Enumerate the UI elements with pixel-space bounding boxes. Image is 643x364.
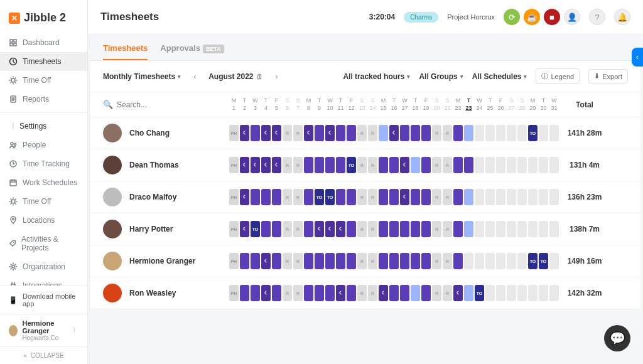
day-cell[interactable]: R bbox=[368, 221, 377, 237]
day-cell[interactable] bbox=[453, 125, 463, 141]
user-status-icon[interactable]: 👤 bbox=[564, 9, 580, 25]
day-cell[interactable]: ☾ bbox=[325, 125, 335, 141]
day-cell[interactable]: R bbox=[357, 125, 367, 141]
day-cell[interactable] bbox=[347, 125, 356, 141]
day-cell[interactable]: R bbox=[293, 285, 303, 301]
day-cell[interactable]: R bbox=[293, 157, 303, 173]
day-19[interactable]: F19 bbox=[421, 97, 431, 112]
day-cell[interactable] bbox=[517, 125, 527, 141]
day-cell[interactable]: R bbox=[443, 157, 452, 173]
day-cell[interactable] bbox=[304, 157, 313, 173]
day-cell[interactable] bbox=[507, 189, 516, 205]
day-cell[interactable] bbox=[336, 157, 345, 173]
day-cell[interactable] bbox=[464, 157, 473, 173]
day-cell[interactable] bbox=[485, 285, 495, 301]
day-cell[interactable]: R bbox=[368, 253, 377, 269]
day-cell[interactable]: ☾ bbox=[336, 221, 345, 237]
day-cell[interactable]: TO bbox=[475, 285, 484, 301]
nav-item-activities-projects[interactable]: Activities & Projects bbox=[0, 230, 87, 257]
day-cell[interactable] bbox=[528, 157, 538, 173]
day-cell[interactable] bbox=[528, 285, 538, 301]
day-cell[interactable] bbox=[272, 253, 281, 269]
stop-button[interactable]: ■ bbox=[544, 9, 560, 25]
day-cell[interactable] bbox=[411, 125, 420, 141]
day-cell[interactable] bbox=[379, 157, 388, 173]
day-4[interactable]: T4 bbox=[261, 97, 271, 112]
day-cell[interactable]: R bbox=[283, 189, 292, 205]
nav-item-locations[interactable]: Locations bbox=[0, 211, 87, 230]
day-cell[interactable]: R bbox=[443, 125, 452, 141]
day-cell[interactable] bbox=[485, 157, 495, 173]
day-cell[interactable] bbox=[485, 125, 495, 141]
day-30[interactable]: T30 bbox=[538, 97, 549, 112]
day-cell[interactable] bbox=[517, 285, 527, 301]
schedules-filter[interactable]: All Schedules ▾ bbox=[472, 72, 527, 81]
day-cell[interactable] bbox=[475, 221, 484, 237]
nav-item-time-off[interactable]: Time Off bbox=[0, 71, 87, 90]
timesheet-row[interactable]: Ron Weasley PH☾RR☾RR☾RR☾TO 142h 32m bbox=[90, 277, 640, 309]
day-cell[interactable]: R bbox=[432, 221, 441, 237]
day-cell[interactable] bbox=[411, 285, 420, 301]
day-cell[interactable]: ☾ bbox=[315, 221, 324, 237]
chat-widget[interactable]: 💬 bbox=[604, 325, 630, 351]
day-25[interactable]: T25 bbox=[485, 97, 495, 112]
day-cell[interactable] bbox=[496, 285, 505, 301]
day-cell[interactable] bbox=[496, 189, 505, 205]
day-cell[interactable]: R bbox=[443, 285, 452, 301]
day-cell[interactable]: TO bbox=[251, 221, 260, 237]
day-cell[interactable] bbox=[507, 125, 516, 141]
day-cell[interactable] bbox=[517, 221, 527, 237]
day-cell[interactable]: R bbox=[283, 125, 292, 141]
day-cell[interactable]: R bbox=[432, 157, 441, 173]
day-cell[interactable] bbox=[315, 253, 324, 269]
day-cell[interactable] bbox=[421, 125, 431, 141]
day-cell[interactable] bbox=[379, 253, 388, 269]
day-cell[interactable]: ☾ bbox=[304, 125, 313, 141]
day-cell[interactable]: ☾ bbox=[400, 157, 409, 173]
day-cell[interactable] bbox=[464, 125, 473, 141]
nav-item-reports[interactable]: Reports bbox=[0, 90, 87, 109]
day-cell[interactable] bbox=[507, 157, 516, 173]
timesheet-row[interactable]: Harry Potter PH☾TORR☾☾☾RRRR 138h 7m bbox=[90, 213, 640, 245]
timesheet-row[interactable]: Cho Chang PH☾☾☾RR☾☾RR☾RRTO 141h 28m bbox=[90, 117, 640, 149]
day-cell[interactable]: ☾ bbox=[251, 157, 260, 173]
day-cell[interactable] bbox=[411, 157, 420, 173]
day-cell[interactable]: TO bbox=[528, 125, 538, 141]
day-cell[interactable] bbox=[389, 157, 399, 173]
day-cell[interactable]: R bbox=[283, 157, 292, 173]
day-cell[interactable] bbox=[496, 221, 505, 237]
day-cell[interactable] bbox=[528, 189, 538, 205]
day-cell[interactable] bbox=[539, 157, 548, 173]
day-cell[interactable] bbox=[272, 221, 281, 237]
day-cell[interactable] bbox=[464, 221, 473, 237]
day-cell[interactable]: TO bbox=[315, 189, 324, 205]
day-cell[interactable] bbox=[507, 253, 516, 269]
day-cell[interactable] bbox=[251, 253, 260, 269]
day-17[interactable]: W17 bbox=[399, 97, 410, 112]
project-name[interactable]: Project Horcrux bbox=[447, 13, 495, 21]
day-29[interactable]: M29 bbox=[527, 97, 538, 112]
day-cell[interactable]: R bbox=[357, 221, 367, 237]
nav-item-integrations[interactable]: Integrations bbox=[0, 276, 87, 286]
day-cell[interactable] bbox=[485, 221, 495, 237]
day-cell[interactable] bbox=[400, 253, 409, 269]
day-cell[interactable]: TO bbox=[325, 189, 335, 205]
prev-period-button[interactable]: ‹ bbox=[190, 72, 200, 81]
day-cell[interactable] bbox=[336, 125, 345, 141]
period-selector[interactable]: August 2022 🗓 bbox=[208, 72, 262, 81]
day-cell[interactable]: PH bbox=[229, 125, 239, 141]
day-cell[interactable] bbox=[517, 189, 527, 205]
day-cell[interactable]: ☾ bbox=[379, 285, 388, 301]
day-cell[interactable] bbox=[251, 189, 260, 205]
day-22[interactable]: M22 bbox=[453, 97, 463, 112]
day-6[interactable]: S6 bbox=[282, 97, 293, 112]
nav-item-organization[interactable]: Organization bbox=[0, 257, 87, 276]
day-cell[interactable]: ☾ bbox=[240, 125, 249, 141]
day-cell[interactable] bbox=[251, 125, 260, 141]
day-cell[interactable]: ☾ bbox=[272, 125, 281, 141]
day-cell[interactable] bbox=[347, 221, 356, 237]
timesheet-row[interactable]: Draco Malfoy PH☾RRTOTORR☾RR 136h 23m bbox=[90, 181, 640, 213]
day-cell[interactable] bbox=[272, 285, 281, 301]
day-cell[interactable]: ☾ bbox=[261, 157, 271, 173]
day-9[interactable]: T9 bbox=[314, 97, 325, 112]
